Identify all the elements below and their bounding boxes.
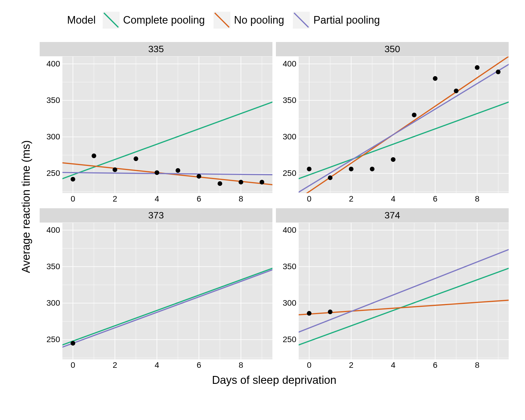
legend-swatch-icon — [103, 12, 120, 29]
facet-strip: 335 — [40, 42, 272, 57]
legend-label: Complete pooling — [123, 14, 205, 26]
y-tick-label: 300 — [283, 298, 296, 308]
x-tick-label: 6 — [197, 360, 201, 370]
data-point — [307, 167, 312, 171]
data-point — [92, 153, 96, 158]
y-axis-ticks: 250300350400 — [276, 57, 299, 193]
x-tick-label: 6 — [433, 360, 438, 370]
legend-swatch-icon — [293, 12, 310, 29]
data-point — [71, 177, 75, 181]
x-tick-label: 0 — [307, 360, 312, 370]
data-point — [328, 175, 332, 180]
plot-area — [62, 223, 272, 359]
legend-label: No pooling — [234, 14, 284, 26]
data-point — [496, 70, 501, 74]
x-tick-label: 8 — [239, 194, 243, 204]
x-tick-label: 4 — [391, 360, 396, 370]
y-axis-label: Average reaction time (ms) — [20, 140, 33, 273]
x-tick-label: 8 — [475, 194, 480, 204]
data-point — [349, 167, 354, 171]
facet-panel-374: 37425030035040002468 — [274, 206, 510, 373]
x-axis-ticks: 02468 — [299, 193, 509, 205]
x-axis-ticks: 02468 — [299, 359, 509, 371]
data-point — [370, 167, 374, 171]
legend-item-complete: Complete pooling — [103, 12, 205, 29]
y-tick-label: 250 — [46, 335, 60, 344]
facet-panel-335: 33525030035040002468 — [38, 40, 274, 206]
data-point — [134, 156, 138, 161]
plot-area — [299, 223, 509, 359]
legend-title: Model — [67, 14, 96, 26]
x-axis-ticks: 02468 — [62, 359, 272, 371]
y-axis-label-cell: Average reaction time (ms) — [15, 40, 38, 373]
data-point — [328, 309, 332, 314]
y-tick-label: 250 — [283, 169, 296, 178]
y-tick-label: 300 — [46, 132, 60, 141]
y-axis-ticks: 250300350400 — [40, 223, 62, 359]
y-tick-label: 250 — [46, 169, 60, 178]
data-point — [412, 113, 416, 117]
x-tick-label: 2 — [349, 194, 354, 204]
y-tick-label: 250 — [283, 335, 296, 344]
x-tick-label: 4 — [391, 194, 396, 204]
facet-strip: 350 — [276, 42, 509, 57]
data-point — [391, 157, 396, 162]
x-axis-label-cell: Days of sleep deprivation — [38, 373, 510, 390]
x-tick-label: 0 — [307, 194, 312, 204]
x-tick-label: 4 — [155, 194, 159, 204]
x-tick-label: 8 — [239, 360, 243, 370]
x-tick-label: 6 — [197, 194, 201, 204]
data-point — [218, 181, 222, 186]
chart-root: Model Complete pooling No pooling Partia… — [15, 12, 510, 390]
x-tick-label: 4 — [155, 360, 159, 370]
plot-area — [299, 57, 509, 193]
x-tick-label: 0 — [71, 360, 75, 370]
y-axis-ticks: 250300350400 — [40, 57, 62, 193]
legend-label: Partial pooling — [313, 14, 380, 26]
y-tick-label: 400 — [283, 225, 296, 235]
data-point — [176, 168, 180, 173]
data-point — [454, 89, 459, 93]
facet-strip: 374 — [276, 208, 509, 223]
legend-item-nopool: No pooling — [214, 12, 284, 29]
x-tick-label: 2 — [113, 360, 117, 370]
data-point — [197, 174, 201, 178]
facet-grid: Average reaction time (ms) 3352503003504… — [15, 40, 510, 390]
x-tick-label: 6 — [433, 194, 438, 204]
data-point — [155, 170, 159, 175]
y-tick-label: 350 — [283, 96, 296, 105]
data-point — [307, 311, 312, 316]
legend-swatch-icon — [214, 12, 230, 29]
data-point — [475, 65, 480, 70]
data-point — [433, 76, 438, 81]
data-point — [71, 341, 75, 346]
x-tick-label: 2 — [349, 360, 354, 370]
y-tick-label: 400 — [46, 59, 60, 69]
legend-item-partial: Partial pooling — [293, 12, 380, 29]
data-point — [113, 167, 117, 172]
x-axis-label: Days of sleep deprivation — [212, 374, 337, 386]
y-tick-label: 350 — [283, 262, 296, 271]
x-axis-ticks: 02468 — [62, 193, 272, 205]
x-tick-label: 2 — [113, 194, 117, 204]
facet-panel-373: 37325030035040002468 — [38, 206, 274, 373]
y-tick-label: 350 — [46, 96, 60, 105]
y-axis-ticks: 250300350400 — [276, 223, 299, 359]
x-tick-label: 8 — [475, 360, 480, 370]
facet-strip: 373 — [40, 208, 272, 223]
facet-panel-350: 35025030035040002468 — [274, 40, 510, 206]
y-tick-label: 300 — [283, 132, 296, 141]
y-tick-label: 300 — [46, 298, 60, 308]
y-tick-label: 400 — [283, 59, 296, 69]
x-tick-label: 0 — [71, 194, 75, 204]
data-point — [239, 180, 243, 184]
data-point — [260, 180, 264, 184]
y-tick-label: 350 — [46, 262, 60, 271]
plot-area — [62, 57, 272, 193]
y-tick-label: 400 — [46, 225, 60, 235]
legend: Model Complete pooling No pooling Partia… — [15, 12, 510, 29]
